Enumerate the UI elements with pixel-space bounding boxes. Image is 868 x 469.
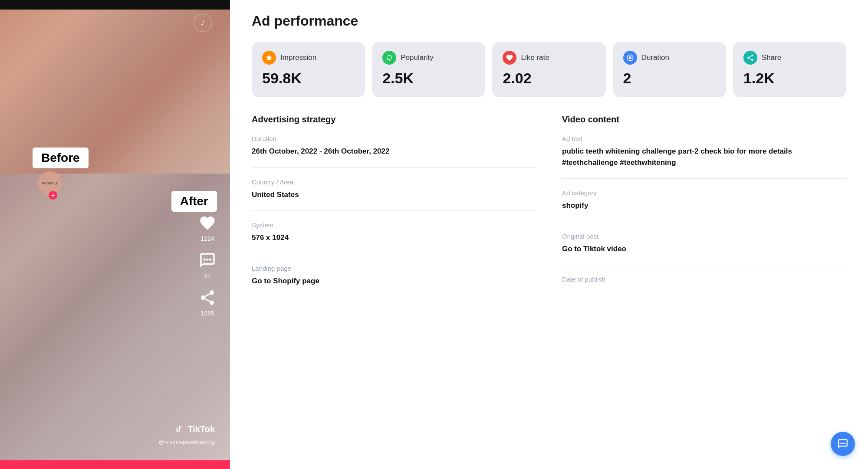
shares-count: 1285 <box>201 310 214 317</box>
metrics-row: Impression 59.8K Popularity 2.5K <box>252 42 846 97</box>
details-row: Advertising strategy Duration 26th Octob… <box>252 115 846 307</box>
video-panel: ♪ Before IVISMILE + After 1224 <box>0 0 230 469</box>
like-count: 1224 <box>201 235 214 242</box>
page-title: Ad performance <box>252 13 846 29</box>
popularity-icon <box>382 51 396 65</box>
tiktok-brand-text: TikTok <box>187 424 215 434</box>
share-label: Share <box>762 53 781 62</box>
svg-point-9 <box>842 443 843 444</box>
original-post-value[interactable]: Go to Tiktok video <box>562 243 846 255</box>
right-panel: Ad performance Impression 59.8K Populari… <box>230 0 868 469</box>
duration-card: Duration 2 <box>613 42 726 97</box>
ad-text-detail: Ad text public teeth whitening challenge… <box>562 135 846 179</box>
share-icon <box>197 287 218 308</box>
share-action[interactable]: 1285 <box>197 287 218 317</box>
bottom-bar <box>0 460 230 469</box>
impression-icon <box>262 51 276 65</box>
svg-point-3 <box>207 259 209 261</box>
impression-value: 59.8K <box>262 70 355 87</box>
duration-header: Duration <box>623 51 716 65</box>
like-action[interactable]: 1224 <box>197 213 218 242</box>
ad-category-label: Ad category <box>562 189 846 197</box>
comment-action[interactable]: 27 <box>197 250 218 279</box>
ad-category-detail: Ad category shopify <box>562 189 846 222</box>
like-rate-card: Like rate 2.02 <box>492 42 605 97</box>
strategy-title: Advertising strategy <box>252 115 536 125</box>
ad-text-label: Ad text <box>562 135 846 142</box>
impression-card: Impression 59.8K <box>252 42 365 97</box>
ad-category-value: shopify <box>562 200 846 211</box>
like-rate-header: Like rate <box>503 51 595 65</box>
popularity-value: 2.5K <box>382 70 475 87</box>
like-rate-label: Like rate <box>521 53 549 62</box>
duration-detail-label: Duration <box>252 135 536 142</box>
comment-count: 27 <box>204 272 211 279</box>
share-value: 1.2K <box>743 70 836 87</box>
video-bg-bottom <box>0 174 230 460</box>
country-detail-value: United States <box>252 189 536 200</box>
advertising-strategy-col: Advertising strategy Duration 26th Octob… <box>252 115 536 307</box>
duration-value: 2 <box>623 70 716 87</box>
date-publish-label: Date of publish <box>562 275 846 283</box>
video-content-title: Video content <box>562 115 846 125</box>
system-detail-label: System <box>252 221 536 229</box>
comment-icon <box>197 250 218 271</box>
like-icon <box>197 213 218 233</box>
top-bar <box>0 0 230 10</box>
svg-point-2 <box>204 259 206 261</box>
duration-detail: Duration 26th October, 2022 - 26th Octob… <box>252 135 536 168</box>
duration-detail-value: 26th October, 2022 - 26th October, 2022 <box>252 146 536 157</box>
date-publish-detail: Date of publish <box>562 275 846 297</box>
svg-point-4 <box>209 259 211 261</box>
system-detail-value: 576 x 1024 <box>252 232 536 243</box>
duration-icon <box>623 51 637 65</box>
share-metric-icon <box>743 51 757 65</box>
original-post-label: Original post <box>562 233 846 240</box>
share-header: Share <box>743 51 836 65</box>
landing-detail-label: Landing page <box>252 265 536 272</box>
after-label: After <box>171 191 217 212</box>
video-content-col: Video content Ad text public teeth white… <box>562 115 846 307</box>
like-rate-value: 2.02 <box>503 70 595 87</box>
svg-point-10 <box>844 443 845 444</box>
popularity-header: Popularity <box>382 51 475 65</box>
original-post-detail: Original post Go to Tiktok video <box>562 233 846 266</box>
chat-button[interactable] <box>831 432 855 456</box>
duration-label: Duration <box>641 53 669 62</box>
impression-header: Impression <box>262 51 355 65</box>
impression-label: Impression <box>280 53 316 62</box>
country-detail: Country / Area United States <box>252 178 536 211</box>
before-label: Before <box>33 148 89 168</box>
share-card: Share 1.2K <box>733 42 846 97</box>
follow-badge[interactable]: + <box>49 191 57 200</box>
main-container: ♪ Before IVISMILE + After 1224 <box>0 0 868 469</box>
tiktok-logo-top: ♪ <box>193 13 213 33</box>
svg-point-8 <box>840 443 842 444</box>
side-actions: 1224 27 1285 <box>197 213 218 317</box>
popularity-card: Popularity 2.5K <box>372 42 485 97</box>
landing-detail-value[interactable]: Go to Shopify page <box>252 275 536 287</box>
system-detail: System 576 x 1024 <box>252 221 536 254</box>
popularity-label: Popularity <box>401 53 434 62</box>
svg-rect-5 <box>174 424 184 434</box>
ad-text-value: public teeth whitening challenge part-2 … <box>562 146 846 168</box>
country-detail-label: Country / Area <box>252 178 536 186</box>
tiktok-brand: TikTok <box>174 424 215 434</box>
username: @ivismileprowhitening <box>158 439 215 445</box>
svg-point-7 <box>629 56 631 59</box>
like-rate-icon <box>503 51 516 65</box>
avatar-text: IVISMILE <box>42 181 59 186</box>
landing-detail: Landing page Go to Shopify page <box>252 265 536 297</box>
svg-text:♪: ♪ <box>201 17 205 27</box>
